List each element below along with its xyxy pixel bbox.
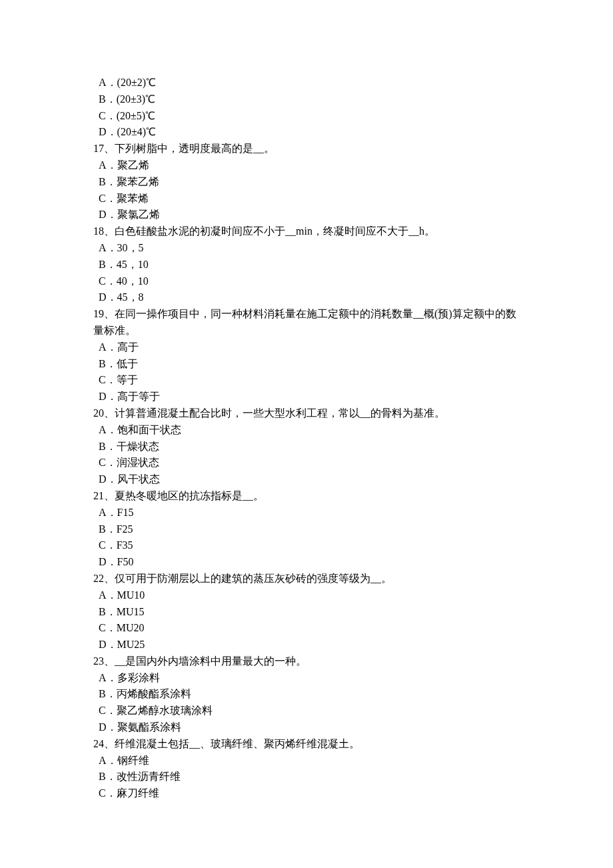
option-line: B．干燥状态 [93,439,520,455]
option-line: B．聚苯乙烯 [93,174,520,191]
option-line: A．饱和面干状态 [93,422,520,439]
option-line: C．F35 [93,537,520,554]
question-line: 24、纤维混凝土包括__、玻璃纤维、聚丙烯纤维混凝土。 [93,736,520,753]
option-line: D．(20±4)℃ [93,124,520,141]
option-line: A．30，5 [93,240,520,257]
option-line: B．MU15 [93,604,520,621]
option-line: B．低于 [93,356,520,373]
option-line: D．45，8 [93,289,520,306]
question-line: 22、仅可用于防潮层以上的建筑的蒸压灰砂砖的强度等级为__。 [93,571,520,587]
option-line: D．聚氨酯系涂料 [93,719,520,736]
option-line: C．40，10 [93,273,520,290]
option-line: D．风干状态 [93,471,520,488]
option-line: A．MU10 [93,587,520,604]
option-line: C．等于 [93,372,520,389]
option-line: C．MU20 [93,620,520,637]
option-line: B．F25 [93,521,520,538]
option-line: A．高于 [93,339,520,356]
question-line: 18、白色硅酸盐水泥的初凝时间应不小于__min，终凝时间应不大于__h。 [93,223,520,240]
question-line: 23、__是国内外内墙涂料中用量最大的一种。 [93,653,520,670]
option-line: D．MU25 [93,637,520,653]
option-line: C．(20±5)℃ [93,108,520,125]
document-body: A．(20±2)℃B．(20±3)℃C．(20±5)℃D．(20±4)℃17、下… [93,75,520,802]
question-line: 17、下列树脂中，透明度最高的是__。 [93,141,520,157]
option-line: C．麻刀纤维 [93,785,520,802]
option-line: D．F50 [93,554,520,571]
option-line: A．聚乙烯 [93,157,520,174]
option-line: C．润湿状态 [93,455,520,471]
option-line: B．改性沥青纤维 [93,769,520,785]
option-line: D．聚氯乙烯 [93,207,520,223]
option-line: A．钢纤维 [93,753,520,769]
question-line: 21、夏热冬暖地区的抗冻指标是__。 [93,488,520,505]
option-line: B．45，10 [93,257,520,273]
option-line: A．多彩涂料 [93,670,520,687]
option-line: A．(20±2)℃ [93,75,520,91]
question-line: 20、计算普通混凝土配合比时，一些大型水利工程，常以__的骨料为基准。 [93,405,520,422]
option-line: B．(20±3)℃ [93,91,520,108]
question-line: 19、在同一操作项目中，同一种材料消耗量在施工定额中的消耗数量__概(预)算定额… [93,306,520,339]
option-line: C．聚乙烯醇水玻璃涂料 [93,703,520,719]
option-line: C．聚苯烯 [93,191,520,207]
option-line: A．F15 [93,505,520,521]
option-line: D．高于等于 [93,389,520,405]
option-line: B．丙烯酸酯系涂料 [93,686,520,703]
